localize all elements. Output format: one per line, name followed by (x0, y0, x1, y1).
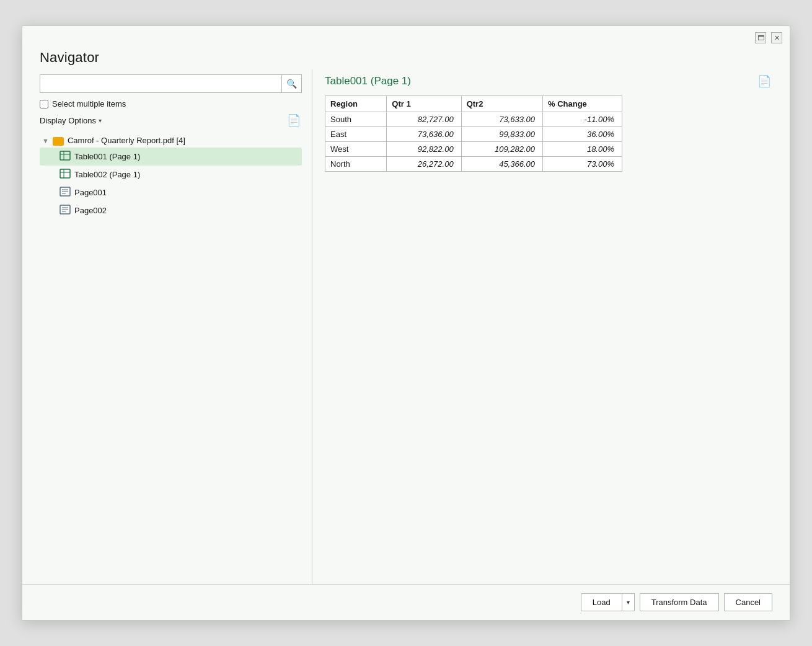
preview-export-button[interactable]: 📄 (756, 74, 772, 88)
select-multiple-row: Select multiple items (40, 99, 302, 108)
load-dropdown-button[interactable]: ▾ (622, 593, 635, 611)
table-cell: 73,633.00 (461, 112, 542, 127)
tree-item-label: Table002 (Page 1) (74, 170, 140, 179)
table-cell: 99,833.00 (461, 127, 542, 142)
page-icon-2 (60, 205, 71, 216)
display-options-label: Display Options (40, 116, 96, 125)
search-row: 🔍 (40, 74, 302, 93)
dialog-body: 🔍 Select multiple items Display Options … (22, 69, 790, 584)
tree-item-page002[interactable]: Page002 (40, 201, 302, 219)
transform-data-button[interactable]: Transform Data (640, 593, 719, 611)
col-header-region: Region (325, 96, 387, 112)
cancel-button[interactable]: Cancel (724, 593, 772, 611)
table-cell: 109,282.00 (461, 142, 542, 157)
search-icon: 🔍 (286, 79, 297, 89)
title-bar: 🗖 ✕ (22, 26, 790, 43)
svg-rect-0 (60, 151, 70, 160)
search-input[interactable] (40, 74, 282, 93)
tree-root-item[interactable]: ▼ Camrof - Quarterly Report.pdf [4] (40, 133, 302, 148)
select-multiple-label: Select multiple items (52, 99, 126, 108)
left-panel: 🔍 Select multiple items Display Options … (40, 69, 312, 584)
table-cell: 45,366.00 (461, 157, 542, 172)
preview-export-icon: 📄 (757, 75, 771, 87)
preview-table: Region Qtr 1 Qtr2 % Change South82,727.0… (325, 95, 622, 172)
close-button[interactable]: ✕ (771, 32, 782, 43)
dialog-title: Navigator (40, 50, 99, 65)
col-header-qtr1: Qtr 1 (387, 96, 461, 112)
load-button-group: Load ▾ (581, 593, 635, 611)
table-cell: North (325, 157, 387, 172)
tree-item-table002[interactable]: Table002 (Page 1) (40, 166, 302, 184)
table-icon-2 (60, 169, 71, 180)
right-panel: Table001 (Page 1) 📄 Region Qtr 1 Qtr2 % … (312, 69, 772, 584)
dialog-footer: Load ▾ Transform Data Cancel (22, 584, 790, 620)
tree-item-table001[interactable]: Table001 (Page 1) (40, 148, 302, 166)
table-cell: 73.00% (543, 157, 622, 172)
table-cell: 36.00% (543, 127, 622, 142)
table-cell: East (325, 127, 387, 142)
tree-item-label: Page002 (74, 206, 107, 215)
tree-item-label: Page001 (74, 188, 107, 197)
tree-item-label: Table001 (Page 1) (74, 152, 140, 161)
table-cell: 92,822.00 (387, 142, 461, 157)
preview-title: Table001 (Page 1) (325, 75, 411, 87)
collapse-arrow-icon: ▼ (42, 137, 49, 144)
display-options-button[interactable]: Display Options ▾ (40, 116, 102, 125)
col-header-pct-change: % Change (543, 96, 622, 112)
table-icon (60, 151, 71, 162)
search-button[interactable]: 🔍 (282, 74, 302, 93)
select-multiple-checkbox[interactable] (40, 100, 48, 108)
table-cell: -11.00% (543, 112, 622, 127)
dialog-header: Navigator (22, 43, 790, 69)
table-cell: West (325, 142, 387, 157)
left-export-icon-button[interactable]: 📄 (286, 113, 302, 127)
display-options-row: Display Options ▾ 📄 (40, 113, 302, 127)
table-cell: South (325, 112, 387, 127)
table-cell: 18.00% (543, 142, 622, 157)
preview-header: Table001 (Page 1) 📄 (325, 74, 772, 88)
table-cell: 82,727.00 (387, 112, 461, 127)
chevron-down-icon: ▾ (99, 117, 102, 124)
table-cell: 73,636.00 (387, 127, 461, 142)
export-icon: 📄 (287, 114, 301, 126)
tree-root-label: Camrof - Quarterly Report.pdf [4] (68, 136, 185, 145)
page-icon (60, 187, 71, 198)
tree-item-page001[interactable]: Page001 (40, 184, 302, 201)
file-tree: ▼ Camrof - Quarterly Report.pdf [4] Tabl… (40, 133, 302, 574)
minimize-button[interactable]: 🗖 (755, 32, 766, 43)
folder-icon (53, 137, 64, 146)
navigator-dialog: 🗖 ✕ Navigator 🔍 Select multiple items (22, 25, 790, 621)
col-header-qtr2: Qtr2 (461, 96, 542, 112)
load-button[interactable]: Load (581, 593, 622, 611)
svg-rect-3 (60, 169, 70, 178)
table-cell: 26,272.00 (387, 157, 461, 172)
